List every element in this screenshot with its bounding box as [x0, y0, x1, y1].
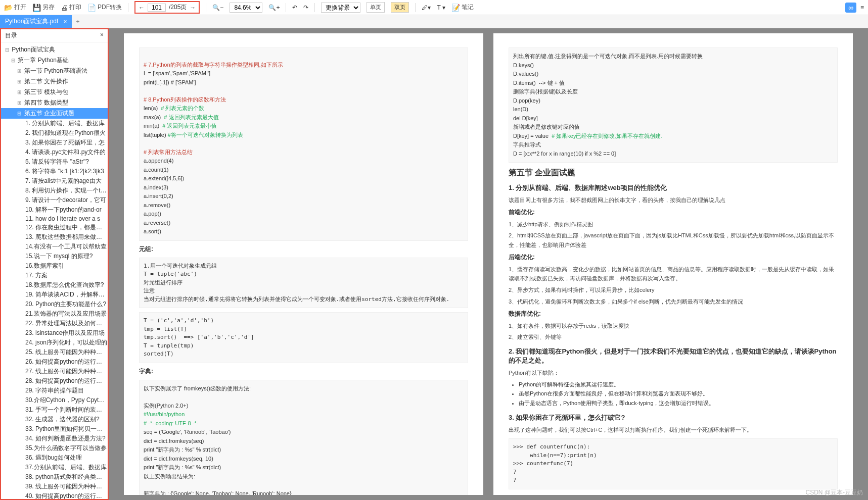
collapse-icon[interactable]: ⊟ [5, 47, 10, 53]
code-block: 以下实例展示了 fromkeys()函数的使用方法: 实例(Python 2.0… [139, 380, 468, 495]
list-item: 由于是动态语言，Python使用鸭子类型，即duck-typing，这会增加运行… [519, 398, 838, 408]
tree-leaf[interactable]: 32. 生成器，迭代器的区别? [1, 415, 108, 424]
tree-leaf[interactable]: 21.装饰器的写法以及应用场景 [1, 309, 108, 319]
rotate-left-icon[interactable]: ↶ [292, 4, 297, 11]
tree-leaf[interactable]: 8. 利用切片操作，实现一个trim [1, 186, 108, 195]
single-page-button[interactable]: 单页 [367, 2, 385, 13]
tree-leaf[interactable]: 6. 将字符串 "k:1 |k1:2|k2:3|k3 [1, 167, 108, 176]
tree-section[interactable]: ⊞第三节 模块与包 [1, 87, 108, 97]
sub-header: 后端优化: [509, 253, 838, 262]
highlight-icon[interactable]: 🖊▾ [422, 4, 431, 11]
tree-leaf[interactable]: 40. 如何提高python的运行效率 [1, 491, 108, 499]
pdf-convert-button[interactable]: 📄PDF转换 [87, 3, 122, 12]
tree-leaf[interactable]: 31. 手写一个判断时间的装饰器 [1, 405, 108, 415]
open-button[interactable]: 📂打开 [4, 3, 26, 12]
close-sidebar-icon[interactable]: × [100, 31, 104, 40]
zoom-in-icon[interactable]: 🔍+ [268, 4, 280, 11]
note-button[interactable]: 📝笔记 [451, 3, 474, 12]
tab-bar: Python面试宝典.pdf × + [0, 15, 868, 28]
tree-leaf[interactable]: 13. 爬取这些数据都用来做什么 [1, 232, 108, 242]
prev-page-icon[interactable]: ← [139, 4, 145, 11]
collapse-icon[interactable]: ⊟ [11, 58, 16, 63]
collapse-icon[interactable]: ⊟ [17, 111, 22, 116]
expand-icon[interactable]: ⊞ [17, 100, 22, 106]
dict-header: 字典: [139, 367, 468, 376]
save-icon: 💾 [32, 4, 41, 12]
tree-leaf[interactable]: 35.为什么函数名字可以当做参 [1, 443, 108, 453]
separator [286, 3, 286, 12]
expand-icon[interactable]: ⊞ [17, 68, 22, 74]
menu-icon[interactable]: ≡ [860, 4, 864, 11]
next-page-icon[interactable]: → [190, 4, 196, 11]
tree-leaf[interactable]: 9. 请设计一个decorator，它可 [1, 195, 108, 205]
zoom-out-icon[interactable]: 🔍− [212, 4, 223, 11]
rotate-right-icon[interactable]: ↷ [303, 4, 308, 11]
print-icon: 🖨 [61, 4, 68, 12]
code-block: 1.用一个可迭代对象生成元组 T = tuple('abc') 对元组进行排序 … [139, 258, 468, 309]
tree-leaf[interactable]: 19. 简单谈谈ACID，并解释每一 [1, 290, 108, 299]
tree-section[interactable]: ⊞第一节 Python基础语法 [1, 66, 108, 76]
tree-section[interactable]: ⊞第四节 数据类型 [1, 97, 108, 108]
tab-document[interactable]: Python面试宝典.pdf × [0, 15, 72, 28]
tree-leaf[interactable]: 17. 方案 [1, 271, 108, 280]
page-input[interactable] [148, 4, 166, 12]
tree-leaf[interactable]: 20. Python的主要功能是什么? [1, 299, 108, 309]
outline-tree: ⊟ Python面试宝典 ⊟ 第一章 Python基础 ⊞第一节 Python基… [1, 42, 108, 499]
tree-leaf[interactable]: 36. 遇到bug如何处理 [1, 453, 108, 463]
tree-leaf[interactable]: 15.说一下 mysql 的原理? [1, 252, 108, 261]
paragraph: 1、如有条件，数据可以存放于redis，读取速度快 [509, 321, 838, 331]
tree-leaf[interactable]: 25. 线上服务可能因为种种原因 [1, 347, 108, 357]
tree-leaf[interactable]: 27. 线上服务可能因为种种原因 [1, 367, 108, 376]
tree-leaf[interactable]: 30.介绍Cython，Pypy Cpython [1, 395, 108, 405]
tree-leaf[interactable]: 33. Python里面如何拷贝一个对 [1, 424, 108, 434]
tree-leaf[interactable]: 11. how do I iterate over a s [1, 215, 108, 223]
expand-icon[interactable]: ⊞ [17, 89, 22, 95]
tree-leaf[interactable]: 38. python新式类和经典类的区 [1, 472, 108, 482]
main-area: 目录 × ⊟ Python面试宝典 ⊟ 第一章 Python基础 ⊞第一节 Py… [0, 28, 868, 500]
tree-leaf[interactable]: 26. 如何提高python的运行效率 [1, 357, 108, 367]
tree-leaf[interactable]: 39. 线上服务可能因为种种原因 [1, 482, 108, 491]
save-button[interactable]: 💾另存 [32, 3, 55, 12]
double-page-button[interactable]: 双页 [391, 2, 409, 13]
background-select[interactable]: 更换背景 [321, 3, 360, 13]
tree-leaf[interactable]: 16.数据库索引 [1, 261, 108, 271]
tree-leaf[interactable]: 24. json序列化时，可以处理的 [1, 338, 108, 347]
tree-leaf[interactable]: 4. 请谈谈.pyc文件和.py文件的 [1, 147, 108, 157]
close-icon[interactable]: × [63, 18, 67, 25]
tree-leaf[interactable]: 7. 请按alist中元素的age由大 [1, 176, 108, 186]
tree-leaf[interactable]: 5. 请反转字符串 "aStr"? [1, 157, 108, 167]
tree-leaf[interactable]: 37.分别从前端、后端、数据库 [1, 463, 108, 472]
tree-leaf[interactable]: 2. 我们都知道现在Python很火 [1, 128, 108, 138]
tree-leaf[interactable]: 22. 异常处理写法以及如何主动 [1, 319, 108, 328]
sidebar-title: 目录 [5, 31, 17, 40]
text-icon[interactable]: T ▾ [437, 4, 445, 11]
tree-leaf[interactable]: 28. 如何提高python的运行效率 [1, 376, 108, 386]
sub-header: 前端优化: [509, 208, 838, 217]
cloud-icon[interactable]: ∞ [845, 3, 856, 13]
tree-chapter[interactable]: ⊟ 第一章 Python基础 [1, 55, 108, 66]
paragraph: Python有以下缺陷： [509, 368, 838, 378]
tree-leaf[interactable]: 34. 如何判断是函数还是方法? [1, 434, 108, 443]
tree-leaf[interactable]: 3. 如果你困在了死循环里，怎 [1, 138, 108, 147]
add-tab-button[interactable]: + [72, 16, 83, 27]
zoom-select[interactable]: 84.6% [230, 3, 262, 13]
tree-leaf[interactable]: 10. 解释一下python的and-or [1, 205, 108, 215]
tree-leaf[interactable]: 18.数据库怎么优化查询效率? [1, 280, 108, 290]
tree-root[interactable]: ⊟ Python面试宝典 [1, 44, 108, 55]
paragraph: 该题目网上有很多方法，我不想截图网上的长串文字，看的头疼，按我自己的理解说几点 [509, 195, 838, 205]
main-toolbar: 📂打开 💾另存 🖨打印 📄PDF转换 ← /205页 → 🔍− 84.6% 🔍+… [0, 0, 868, 15]
tree-section-active[interactable]: ⊟第五节 企业面试题 [1, 108, 108, 119]
separator [415, 3, 416, 12]
tree-leaf[interactable]: 12. 你在爬虫过程中，都是怎么 [1, 223, 108, 232]
question-title: 3. 如果你困在了死循环里，怎么打破它? [509, 413, 838, 422]
tree-leaf[interactable]: 23. isinstance作用以及应用场 [1, 328, 108, 338]
tree-section[interactable]: ⊞第二节 文件操作 [1, 76, 108, 87]
tree-leaf[interactable]: 1. 分别从前端、后端、数据库 [1, 119, 108, 128]
tree-leaf[interactable]: 29. 字符串的操作题目 [1, 386, 108, 395]
tree-leaf[interactable]: 14.有没有一个工具可以帮助查 [1, 242, 108, 252]
pdf-icon: 📄 [87, 4, 96, 12]
note-icon: 📝 [451, 4, 460, 12]
print-button[interactable]: 🖨打印 [61, 3, 81, 12]
page-viewport[interactable]: # 7.Python的列表的截取与字符串操作类型相同,如下所示 L = ['sp… [109, 28, 868, 500]
expand-icon[interactable]: ⊞ [17, 79, 22, 84]
